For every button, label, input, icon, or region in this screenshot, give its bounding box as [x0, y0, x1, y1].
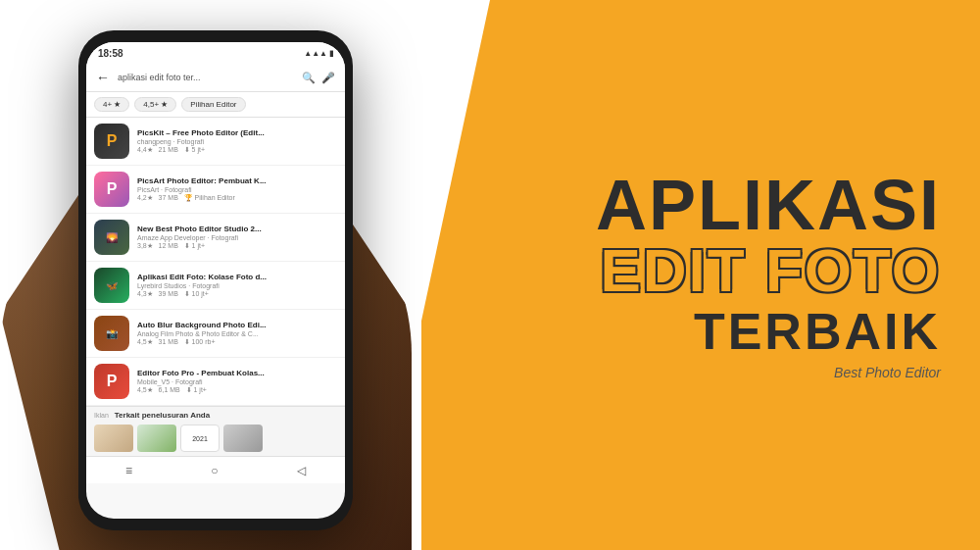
app-info-kolase: Aplikasi Edit Foto: Kolase Foto d... Lyr… — [137, 273, 337, 298]
status-time: 18:58 — [98, 48, 123, 59]
search-icons: 🔍 🎤 — [302, 72, 335, 84]
app-icon-blur: 📸 — [94, 316, 129, 351]
ad-thumb-3: 2021 — [180, 425, 220, 452]
app-icon-kolase: 🦋 — [94, 268, 129, 303]
app-list: P PicsKit – Free Photo Editor (Edit... c… — [86, 118, 345, 406]
nav-home-icon[interactable]: ≡ — [125, 464, 132, 477]
app-info-picsart: PicsArt Photo Editor: Pembuat K... PicsA… — [137, 176, 337, 202]
filter-chip-45star[interactable]: 4,5+ ★ — [134, 97, 176, 112]
app-dev: PicsArt · Fotografi — [137, 186, 337, 193]
app-meta: 4,2★ 37 MB 🏆 Pilihan Editor — [137, 194, 337, 202]
filter-area: 4+ ★ 4,5+ ★ Pilihan Editor — [86, 92, 345, 118]
app-dev: Amaze App Developer · Fotografi — [137, 234, 337, 241]
nav-home-circle-icon[interactable]: ○ — [211, 464, 218, 477]
right-content: APLIKASI EDIT FOTO TERBAIK Best Photo Ed… — [490, 0, 980, 550]
app-info-blur: Auto Blur Background Photo Edi... Analog… — [137, 321, 337, 346]
list-item[interactable]: 📸 Auto Blur Background Photo Edi... Anal… — [86, 310, 345, 358]
status-icons: ▲▲▲ ▮ — [304, 49, 333, 58]
list-item[interactable]: 🦋 Aplikasi Edit Foto: Kolase Foto d... L… — [86, 262, 345, 310]
app-dev: Mobile_V5 · Fotografi — [137, 378, 337, 385]
ad-thumb-2 — [137, 425, 176, 452]
app-dev: changpeng · Fotografi — [137, 138, 337, 145]
list-item[interactable]: 🌄 New Best Photo Editor Studio 2... Amaz… — [86, 214, 345, 262]
app-name: PicsKit – Free Photo Editor (Edit... — [137, 128, 337, 137]
app-meta: 4,3★ 39 MB ⬇ 10 jt+ — [137, 290, 337, 298]
app-icon-picskit: P — [94, 124, 129, 159]
app-icon-studio: 🌄 — [94, 220, 129, 255]
title-edit-foto: EDIT FOTO — [600, 240, 941, 301]
ad-thumbnails: 2021 — [94, 425, 337, 452]
ad-thumb-1 — [94, 425, 133, 452]
app-meta: 4,4★ 21 MB ⬇ 5 jt+ — [137, 146, 337, 154]
app-info-editor: Editor Foto Pro - Pembuat Kolas... Mobil… — [137, 369, 337, 394]
list-item[interactable]: P PicsArt Photo Editor: Pembuat K... Pic… — [86, 166, 345, 214]
search-query[interactable]: aplikasi edit foto ter... — [118, 73, 294, 82]
background: APLIKASI EDIT FOTO TERBAIK Best Photo Ed… — [0, 0, 980, 550]
bottom-nav: ≡ ○ ◁ — [86, 456, 345, 483]
mic-icon[interactable]: 🎤 — [321, 72, 335, 84]
list-item[interactable]: P PicsKit – Free Photo Editor (Edit... c… — [86, 118, 345, 166]
app-meta: 4,5★ 6,1 MB ⬇ 1 jt+ — [137, 386, 337, 394]
ad-thumb-4 — [223, 425, 263, 452]
list-item[interactable]: P Editor Foto Pro - Pembuat Kolas... Mob… — [86, 358, 345, 406]
search-area[interactable]: ← aplikasi edit foto ter... 🔍 🎤 — [86, 64, 345, 92]
app-icon-picsart: P — [94, 172, 129, 207]
app-name: New Best Photo Editor Studio 2... — [137, 225, 337, 233]
back-arrow-icon[interactable]: ← — [96, 70, 110, 85]
app-name: Auto Blur Background Photo Edi... — [137, 321, 337, 329]
ad-area: Iklan Terkait penelusuran Anda 2021 — [86, 406, 345, 456]
app-info-studio: New Best Photo Editor Studio 2... Amaze … — [137, 225, 337, 250]
ad-label: Iklan — [94, 412, 109, 419]
app-dev: Lyrebird Studios · Fotografi — [137, 282, 337, 289]
title-terbaik: TERBAIK — [694, 306, 941, 357]
phone-container: 18:58 ▲▲▲ ▮ ← aplikasi edit foto ter... … — [29, 11, 412, 550]
battery-icon: ▮ — [329, 49, 333, 58]
app-name: Editor Foto Pro - Pembuat Kolas... — [137, 369, 337, 377]
app-icon-editor: P — [94, 364, 129, 399]
app-name: Aplikasi Edit Foto: Kolase Foto d... — [137, 273, 337, 281]
search-icon[interactable]: 🔍 — [302, 72, 316, 84]
phone-frame: 18:58 ▲▲▲ ▮ ← aplikasi edit foto ter... … — [78, 30, 353, 530]
app-dev: Analog Film Photo & Photo Editor & C... — [137, 330, 337, 337]
filter-chip-editor[interactable]: Pilihan Editor — [181, 97, 245, 112]
filter-chip-4star[interactable]: 4+ ★ — [94, 97, 129, 112]
signal-icon: ▲▲▲ — [304, 49, 327, 58]
title-aplikasi: APLIKASI — [596, 170, 941, 240]
status-bar: 18:58 ▲▲▲ ▮ — [86, 42, 345, 64]
phone-screen: 18:58 ▲▲▲ ▮ ← aplikasi edit foto ter... … — [86, 42, 345, 519]
app-name: PicsArt Photo Editor: Pembuat K... — [137, 176, 337, 185]
app-info-picskit: PicsKit – Free Photo Editor (Edit... cha… — [137, 128, 337, 154]
subtitle: Best Photo Editor — [834, 365, 941, 380]
nav-back-icon[interactable]: ◁ — [297, 464, 306, 477]
ad-title: Terkait penelusuran Anda — [115, 411, 210, 420]
app-meta: 3,8★ 12 MB ⬇ 1 jt+ — [137, 242, 337, 250]
app-meta: 4,5★ 31 MB ⬇ 100 rb+ — [137, 338, 337, 346]
